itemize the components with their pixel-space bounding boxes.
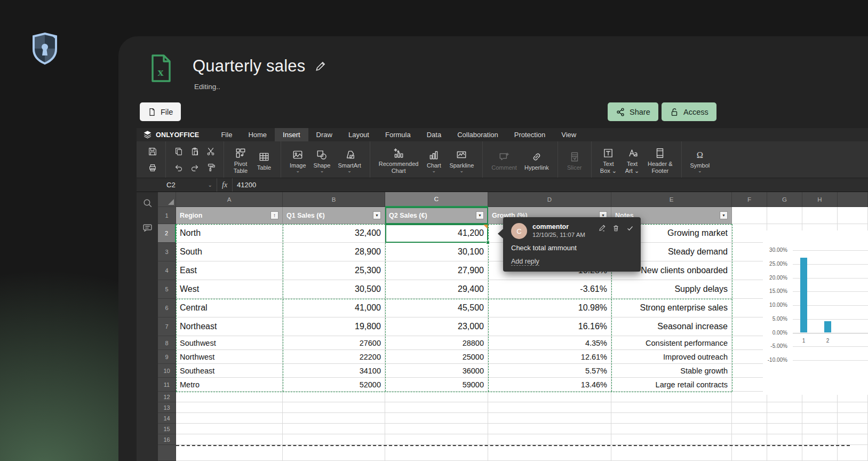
empty-cell[interactable] bbox=[283, 424, 385, 434]
cell-region[interactable]: South bbox=[176, 243, 283, 261]
cell-q1[interactable]: 34100 bbox=[283, 364, 385, 378]
empty-cell[interactable] bbox=[176, 413, 283, 424]
empty-cell[interactable] bbox=[488, 413, 611, 424]
tab-insert[interactable]: Insert bbox=[275, 128, 308, 141]
row-header-7[interactable]: 7 bbox=[158, 317, 176, 336]
cell-q1[interactable]: 22200 bbox=[283, 350, 385, 364]
tab-draw[interactable]: Draw bbox=[308, 128, 340, 141]
empty-cell[interactable] bbox=[176, 434, 283, 445]
cell-q1[interactable]: 41,000 bbox=[283, 299, 385, 317]
empty-cell[interactable] bbox=[732, 243, 767, 261]
paste-icon[interactable] bbox=[190, 147, 200, 156]
empty-cell[interactable] bbox=[802, 413, 838, 424]
empty-cell[interactable] bbox=[732, 364, 767, 378]
empty-cell[interactable] bbox=[802, 445, 838, 461]
row-header-6[interactable]: 6 bbox=[158, 299, 176, 317]
cell-growth[interactable]: 12.61% bbox=[488, 350, 611, 364]
empty-cell[interactable] bbox=[611, 434, 732, 445]
delete-comment-icon[interactable] bbox=[612, 224, 620, 232]
empty-cell[interactable] bbox=[838, 413, 868, 424]
empty-cell[interactable] bbox=[767, 413, 802, 424]
empty-cell[interactable] bbox=[732, 434, 767, 445]
empty-cell[interactable] bbox=[732, 392, 767, 402]
cell-growth[interactable]: -3.61% bbox=[488, 280, 611, 299]
tab-layout[interactable]: Layout bbox=[340, 128, 377, 141]
cell-notes[interactable]: Consistent performance bbox=[611, 336, 732, 350]
cell-q2[interactable]: 36000 bbox=[385, 364, 488, 378]
fx-insert-function-button[interactable]: fx bbox=[217, 181, 232, 189]
share-button[interactable]: Share bbox=[608, 102, 658, 121]
empty-cell[interactable] bbox=[611, 413, 732, 424]
cell-region[interactable]: East bbox=[176, 261, 283, 280]
cell-region[interactable]: Northwest bbox=[176, 350, 283, 364]
shape-button[interactable]: Shape⌄ bbox=[310, 145, 335, 174]
cell-region[interactable]: Northeast bbox=[176, 317, 283, 336]
cell-region[interactable]: Southeast bbox=[176, 364, 283, 378]
row-header-2[interactable]: 2 bbox=[158, 224, 176, 243]
formula-input[interactable]: 41200 bbox=[233, 181, 260, 189]
comments-panel-icon[interactable] bbox=[142, 222, 153, 234]
cell-q1[interactable]: 25,300 bbox=[283, 261, 385, 280]
row-header-10[interactable]: 10 bbox=[158, 364, 176, 378]
growth-bar-chart[interactable]: 30.00%25.00%20.00%15.00%10.00%5.00%0.00%… bbox=[763, 230, 868, 395]
empty-cell[interactable] bbox=[732, 317, 767, 336]
empty-cell[interactable] bbox=[732, 402, 767, 413]
empty-cell[interactable] bbox=[732, 299, 767, 317]
text-art-button[interactable]: Text Art ⌄ bbox=[620, 144, 644, 175]
cell-notes[interactable]: Stable growth bbox=[611, 364, 732, 378]
cell-name-box[interactable]: C2 ⌄ bbox=[162, 178, 217, 192]
column-header-d[interactable]: D bbox=[488, 192, 611, 207]
text-box-button[interactable]: Text Box ⌄ bbox=[596, 144, 620, 175]
cell-growth[interactable]: 16.16% bbox=[488, 317, 611, 336]
row-header-3[interactable]: 3 bbox=[158, 243, 176, 261]
empty-cell[interactable] bbox=[802, 434, 838, 445]
header-cell-region[interactable]: Region↑ bbox=[176, 207, 283, 224]
cell-q2[interactable]: 28800 bbox=[385, 336, 488, 350]
row-header-9[interactable]: 9 bbox=[158, 350, 176, 364]
cell-region[interactable]: Southwest bbox=[176, 336, 283, 350]
smartart-button[interactable]: SmartArt⌄ bbox=[334, 145, 364, 174]
empty-cell[interactable] bbox=[611, 402, 732, 413]
empty-cell[interactable] bbox=[802, 402, 838, 413]
save-icon[interactable] bbox=[148, 147, 157, 156]
column-header-partial[interactable] bbox=[838, 192, 868, 207]
cell-growth[interactable]: 4.35% bbox=[488, 336, 611, 350]
row-header-4[interactable]: 4 bbox=[158, 261, 176, 280]
header-cell-q1[interactable]: Q1 Sales (€)▼ bbox=[283, 207, 385, 224]
sparkline-button[interactable]: Sparkline⌄ bbox=[445, 145, 477, 174]
cell-q2[interactable]: 29,400 bbox=[385, 280, 488, 299]
empty-cell[interactable] bbox=[767, 424, 802, 434]
column-header-e[interactable]: E bbox=[611, 192, 732, 207]
cell-growth[interactable]: 13.46% bbox=[488, 378, 611, 392]
column-header-b[interactable]: B bbox=[283, 192, 385, 207]
empty-cell[interactable] bbox=[488, 392, 611, 402]
cell-q1[interactable]: 52000 bbox=[283, 378, 385, 392]
empty-cell[interactable] bbox=[283, 413, 385, 424]
tab-view[interactable]: View bbox=[553, 128, 584, 141]
empty-cell[interactable] bbox=[488, 445, 611, 461]
empty-cell[interactable] bbox=[732, 280, 767, 299]
cell-notes[interactable]: Supply delays bbox=[611, 280, 732, 299]
tab-data[interactable]: Data bbox=[419, 128, 449, 141]
empty-cell[interactable] bbox=[488, 434, 611, 445]
empty-cell[interactable] bbox=[385, 402, 488, 413]
cell-q1[interactable]: 30,500 bbox=[283, 280, 385, 299]
empty-cell[interactable] bbox=[283, 402, 385, 413]
cell-notes[interactable]: Seasonal increase bbox=[611, 317, 732, 336]
symbol-button[interactable]: ΩSymbol⌄ bbox=[687, 145, 714, 174]
edit-comment-icon[interactable] bbox=[598, 224, 606, 232]
empty-cell[interactable] bbox=[732, 336, 767, 350]
empty-cell[interactable] bbox=[176, 424, 283, 434]
empty-cell[interactable] bbox=[838, 445, 868, 461]
row-header-11[interactable]: 11 bbox=[158, 378, 176, 392]
cell-region[interactable]: North bbox=[176, 224, 283, 243]
tab-formula[interactable]: Formula bbox=[377, 128, 419, 141]
cell-notes[interactable]: Improved outreach bbox=[611, 350, 732, 364]
cell-region[interactable]: Central bbox=[176, 299, 283, 317]
cell-q2[interactable]: 27,900 bbox=[385, 261, 488, 280]
add-reply-link[interactable]: Add reply bbox=[511, 258, 539, 266]
empty-cell[interactable] bbox=[385, 445, 488, 461]
filter-button[interactable]: ▼ bbox=[720, 211, 728, 219]
empty-cell[interactable] bbox=[176, 402, 283, 413]
resolve-comment-icon[interactable] bbox=[626, 224, 634, 232]
